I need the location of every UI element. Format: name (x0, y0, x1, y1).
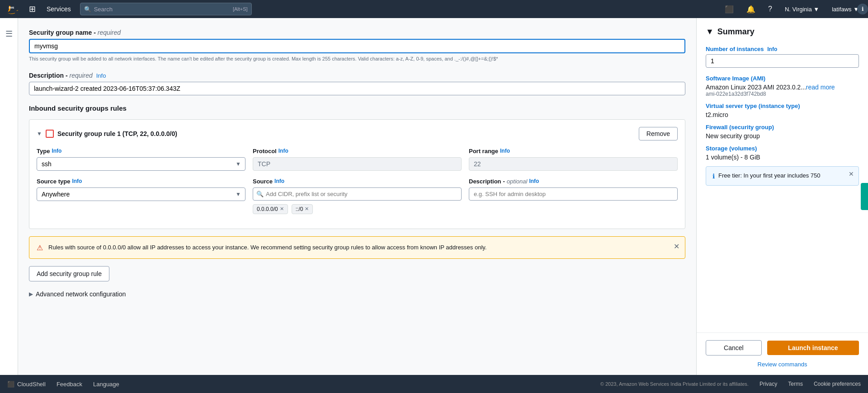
description-section: Description - required Info (29, 72, 685, 95)
region-selector[interactable]: N. Virginia ▼ (781, 4, 823, 14)
main-content: Security group name - required This secu… (18, 18, 696, 375)
free-tier-text: Free tier: In your first year includes 7… (718, 172, 820, 179)
security-group-name-input[interactable] (29, 39, 685, 53)
type-select-wrapper: ssh ▼ (37, 157, 245, 171)
type-select[interactable]: ssh (37, 157, 245, 171)
instance-type-label[interactable]: Virtual server type (instance type) (706, 103, 859, 109)
source-type-select-wrapper: Anywhere ▼ (37, 187, 245, 201)
num-instances-info-link[interactable]: Info (767, 46, 777, 52)
source-info-link[interactable]: Info (274, 178, 284, 184)
summary-inner: ▼ Summary Number of instances Info Softw… (697, 18, 868, 332)
warning-box: ⚠ Rules with source of 0.0.0.0/0 allow a… (29, 236, 685, 259)
cidr-ipv6-value: ::/0 (296, 206, 303, 212)
warning-close-icon[interactable]: ✕ (674, 242, 679, 251)
ami-read-more-link[interactable]: read more (806, 84, 835, 91)
security-group-rule-1-card: ▼ Security group rule 1 (TCP, 22, 0.0.0.… (29, 119, 685, 229)
search-bar[interactable]: 🔍 [Alt+S] (80, 3, 252, 15)
search-input[interactable] (94, 6, 233, 13)
source-type-field: Source type Info Anywhere ▼ (37, 178, 245, 214)
rule-title-text: Security group rule 1 (TCP, 22, 0.0.0.0/… (57, 130, 177, 137)
sidebar: ☰ (0, 18, 18, 375)
ami-label[interactable]: Software Image (AMI) (706, 75, 859, 82)
port-range-field: Port range Info (469, 148, 678, 171)
sidebar-menu-icon[interactable]: ☰ (2, 25, 16, 42)
cidr-ipv4-value: 0.0.0.0/0 (257, 206, 278, 212)
search-icon: 🔍 (84, 6, 91, 13)
cancel-button[interactable]: Cancel (706, 340, 762, 356)
add-security-group-rule-button[interactable]: Add security group rule (29, 266, 109, 281)
info-circle-icon[interactable]: ℹ (857, 4, 868, 14)
advanced-network-section[interactable]: ▶ Advanced network configuration (29, 290, 685, 298)
free-tier-info-icon: ℹ (712, 173, 715, 180)
summary-title-text: Summary (717, 27, 755, 37)
summary-footer: Cancel Launch instance Review commands (697, 332, 868, 375)
summary-scrollable-area: Software Image (AMI) Amazon Linux 2023 A… (706, 75, 859, 186)
source-type-select[interactable]: Anywhere (37, 187, 245, 201)
rule-description-input[interactable] (469, 187, 678, 201)
rule-description-info-link[interactable]: Info (529, 178, 539, 184)
security-group-name-hint: This security group will be added to all… (29, 55, 685, 63)
top-navigation: aws ⊞ Services 🔍 [Alt+S] ⬛ 🔔 ? N. Virgin… (0, 0, 868, 18)
free-tier-box: ℹ Free tier: In your first year includes… (706, 166, 859, 186)
type-field: Type Info ssh ▼ (37, 148, 245, 171)
summary-title: ▼ Summary (706, 27, 859, 37)
terminal-icon[interactable]: ⬛ (721, 3, 737, 15)
rule-card-title: ▼ Security group rule 1 (TCP, 22, 0.0.0.… (37, 130, 177, 138)
advanced-label: Advanced network configuration (36, 290, 126, 298)
page-container: ☰ Security group name - required This se… (0, 18, 868, 375)
rule-card-header: ▼ Security group rule 1 (TCP, 22, 0.0.0.… (37, 127, 678, 140)
protocol-label: Protocol Info (253, 148, 462, 154)
summary-panel: ▼ Summary Number of instances Info Softw… (696, 18, 868, 375)
description-info-link[interactable]: Info (96, 72, 106, 79)
help-icon[interactable]: ? (764, 3, 776, 15)
warning-text: Rules with source of 0.0.0.0/0 allow all… (48, 243, 678, 252)
source-type-info-link[interactable]: Info (72, 178, 82, 184)
num-instances-input[interactable] (706, 54, 859, 68)
num-instances-label[interactable]: Number of instances Info (706, 46, 859, 52)
inbound-rules-heading: Inbound security groups rules (29, 104, 685, 112)
grid-icon[interactable]: ⊞ (27, 2, 38, 16)
cidr-tag-ipv4: 0.0.0.0/0 ✕ (253, 204, 288, 214)
instance-type-value: t2.micro (706, 111, 859, 118)
aws-logo[interactable]: aws (5, 1, 22, 17)
rule-fields-row-2: Source type Info Anywhere ▼ Source (37, 178, 678, 214)
protocol-info-link[interactable]: Info (278, 148, 288, 154)
description-label: Description - required Info (29, 72, 685, 79)
source-type-label: Source type Info (37, 178, 245, 185)
footer-button-row: Cancel Launch instance (706, 340, 859, 356)
protocol-field: Protocol Info (253, 148, 462, 171)
source-search-icon: 🔍 (256, 191, 264, 197)
type-info-link[interactable]: Info (52, 148, 61, 154)
launch-instance-button[interactable]: Launch instance (767, 341, 859, 355)
bell-icon[interactable]: 🔔 (743, 3, 759, 15)
review-commands-link[interactable]: Review commands (706, 361, 859, 368)
security-group-name-section: Security group name - required This secu… (29, 29, 685, 63)
rule-collapse-icon[interactable]: ▼ (37, 131, 42, 137)
protocol-input (253, 157, 462, 171)
rule-description-label: Description - optional Info (469, 178, 678, 185)
port-range-label: Port range Info (469, 148, 678, 154)
free-tier-close-icon[interactable]: ✕ (849, 170, 854, 178)
rule-checkbox[interactable] (46, 130, 54, 138)
cidr-ipv4-remove-icon[interactable]: ✕ (280, 206, 284, 212)
warning-icon: ⚠ (37, 243, 43, 252)
cidr-ipv6-remove-icon[interactable]: ✕ (305, 206, 309, 212)
description-input[interactable] (29, 82, 685, 95)
source-input[interactable] (253, 187, 462, 201)
port-range-input (469, 157, 678, 171)
remove-rule-button[interactable]: Remove (639, 127, 678, 140)
type-label: Type Info (37, 148, 245, 154)
port-range-info-link[interactable]: Info (500, 148, 510, 154)
firewall-label[interactable]: Firewall (security group) (706, 124, 859, 131)
cidr-tag-ipv6: ::/0 ✕ (292, 204, 313, 214)
svg-text:aws: aws (9, 6, 14, 9)
cidr-tags: 0.0.0.0/0 ✕ ::/0 ✕ (253, 204, 462, 214)
info-panel-tab[interactable] (861, 183, 868, 210)
storage-value: 1 volume(s) - 8 GiB (706, 154, 859, 161)
search-shortcut: [Alt+S] (233, 6, 248, 12)
services-nav[interactable]: Services (43, 4, 75, 14)
storage-label[interactable]: Storage (volumes) (706, 145, 859, 152)
rule-fields-row-1: Type Info ssh ▼ Protocol (37, 148, 678, 171)
source-label: Source Info (253, 178, 462, 185)
summary-collapse-icon[interactable]: ▼ (706, 27, 714, 37)
